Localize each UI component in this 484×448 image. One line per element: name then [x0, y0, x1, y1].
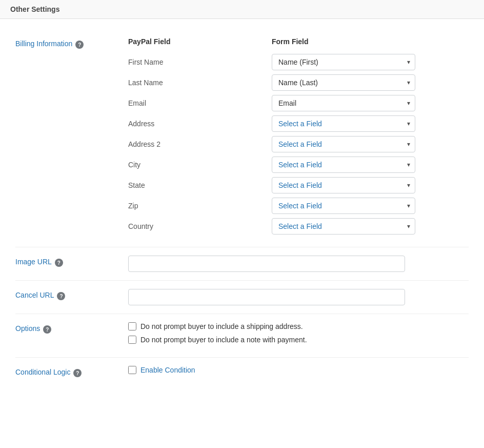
form-field-lastname: Name (Last) ▾ — [272, 74, 469, 91]
cancel-url-label: Cancel URL ? — [15, 289, 128, 300]
select-wrapper-state: Select a Field ▾ — [272, 177, 415, 193]
billing-row-city: City Select a Field ▾ — [128, 157, 469, 173]
form-field-country: Select a Field ▾ — [272, 218, 469, 235]
image-url-row: Image URL ? — [15, 247, 469, 281]
select-email[interactable]: Email — [272, 95, 415, 111]
cancel-url-label-text: Cancel URL — [15, 291, 54, 299]
conditional-logic-row: Conditional Logic ? Enable Condition — [15, 358, 469, 387]
no-note-label: Do not prompt buyer to include a note wi… — [140, 336, 307, 344]
section-title: Other Settings — [10, 5, 59, 13]
form-field-address2: Select a Field ▾ — [272, 136, 469, 152]
billing-row-address: Address Select a Field ▾ — [128, 115, 469, 132]
no-note-checkbox[interactable] — [128, 336, 136, 344]
enable-condition-label: Enable Condition — [140, 366, 195, 374]
billing-row-address2: Address 2 Select a Field ▾ — [128, 136, 469, 152]
options-checkbox1-row: Do not prompt buyer to include a shippin… — [128, 322, 469, 330]
select-wrapper-email: Email ▾ — [272, 95, 415, 111]
enable-condition-checkbox[interactable] — [128, 366, 136, 374]
paypal-field-country: Country — [128, 219, 272, 233]
paypal-field-zip: Zip — [128, 199, 272, 213]
select-wrapper-country: Select a Field ▾ — [272, 218, 415, 235]
paypal-field-city: City — [128, 158, 272, 172]
form-field-firstname: Name (First) ▾ — [272, 54, 469, 70]
select-wrapper-lastname: Name (Last) ▾ — [272, 74, 415, 91]
select-address2[interactable]: Select a Field — [272, 136, 415, 152]
select-wrapper-city: Select a Field ▾ — [272, 157, 415, 173]
billing-help-icon[interactable]: ? — [75, 41, 84, 49]
billing-header-row: PayPal Field Form Field — [128, 37, 469, 49]
form-field-zip: Select a Field ▾ — [272, 198, 469, 214]
select-state[interactable]: Select a Field — [272, 177, 415, 193]
billing-label-text: Billing Information — [15, 40, 72, 48]
col-form-header: Form Field — [272, 37, 469, 46]
billing-content: PayPal Field Form Field First Name Name … — [128, 37, 469, 239]
image-url-input[interactable] — [128, 256, 405, 272]
billing-row-state: State Select a Field ▾ — [128, 177, 469, 193]
conditional-logic-content: Enable Condition — [128, 366, 469, 379]
options-content: Do not prompt buyer to include a shippin… — [128, 322, 469, 349]
form-field-email: Email ▾ — [272, 95, 469, 111]
select-wrapper-address: Select a Field ▾ — [272, 115, 415, 132]
settings-body: Billing Information ? PayPal Field Form … — [0, 19, 484, 398]
options-help-icon[interactable]: ? — [43, 325, 51, 334]
select-address[interactable]: Select a Field — [272, 115, 415, 132]
form-field-city: Select a Field ▾ — [272, 157, 469, 173]
form-field-address: Select a Field ▾ — [272, 115, 469, 132]
select-firstname[interactable]: Name (First) — [272, 54, 415, 70]
cancel-url-row: Cancel URL ? — [15, 281, 469, 314]
cancel-url-content — [128, 289, 469, 305]
col-paypal-header: PayPal Field — [128, 37, 272, 46]
billing-table: PayPal Field Form Field First Name Name … — [128, 37, 469, 235]
paypal-field-email: Email — [128, 96, 272, 110]
no-shipping-checkbox[interactable] — [128, 322, 136, 330]
billing-label: Billing Information ? — [15, 37, 128, 49]
billing-row-firstname: First Name Name (First) ▾ — [128, 54, 469, 70]
options-checkbox2-row: Do not prompt buyer to include a note wi… — [128, 336, 469, 344]
paypal-field-state: State — [128, 178, 272, 192]
select-zip[interactable]: Select a Field — [272, 198, 415, 214]
billing-row-zip: Zip Select a Field ▾ — [128, 198, 469, 214]
select-country[interactable]: Select a Field — [272, 218, 415, 235]
select-wrapper-address2: Select a Field ▾ — [272, 136, 415, 152]
cancel-url-help-icon[interactable]: ? — [57, 292, 65, 300]
cancel-url-input[interactable] — [128, 289, 405, 305]
image-url-content — [128, 256, 469, 272]
options-label: Options ? — [15, 322, 128, 334]
options-label-text: Options — [15, 324, 40, 333]
paypal-field-firstname: First Name — [128, 55, 272, 69]
conditional-logic-help-icon[interactable]: ? — [73, 369, 82, 377]
image-url-label: Image URL ? — [15, 256, 128, 267]
select-lastname[interactable]: Name (Last) — [272, 74, 415, 91]
billing-information-row: Billing Information ? PayPal Field Form … — [15, 29, 469, 247]
enable-condition-row: Enable Condition — [128, 366, 469, 374]
options-row: Options ? Do not prompt buyer to include… — [15, 314, 469, 358]
billing-row-lastname: Last Name Name (Last) ▾ — [128, 74, 469, 91]
paypal-field-lastname: Last Name — [128, 75, 272, 90]
section-header: Other Settings — [0, 0, 484, 19]
image-url-help-icon[interactable]: ? — [55, 259, 63, 267]
no-shipping-label: Do not prompt buyer to include a shippin… — [140, 322, 303, 330]
paypal-field-address2: Address 2 — [128, 137, 272, 151]
billing-row-email: Email Email ▾ — [128, 95, 469, 111]
conditional-logic-label-text: Conditional Logic — [15, 368, 70, 376]
select-city[interactable]: Select a Field — [272, 157, 415, 173]
select-wrapper-zip: Select a Field ▾ — [272, 198, 415, 214]
conditional-logic-label: Conditional Logic ? — [15, 366, 128, 377]
billing-row-country: Country Select a Field ▾ — [128, 218, 469, 235]
image-url-label-text: Image URL — [15, 258, 52, 266]
page-container: Other Settings Billing Information ? Pay… — [0, 0, 484, 448]
paypal-field-address: Address — [128, 116, 272, 131]
form-field-state: Select a Field ▾ — [272, 177, 469, 193]
select-wrapper-firstname: Name (First) ▾ — [272, 54, 415, 70]
